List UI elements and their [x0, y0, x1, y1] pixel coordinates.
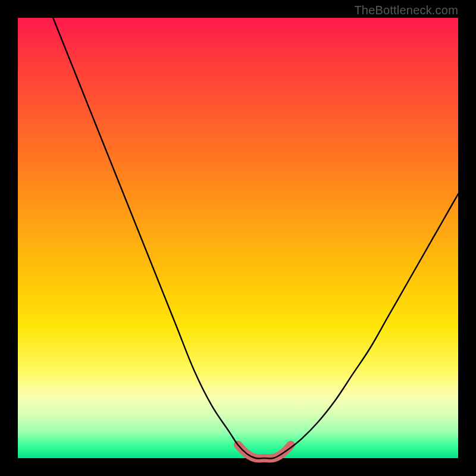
bottleneck-curve-group — [53, 18, 458, 459]
chart-frame: TheBottleneck.com — [0, 0, 476, 476]
plot-area — [18, 18, 458, 458]
watermark-text: TheBottleneck.com — [354, 4, 458, 17]
optimal-band-marker — [238, 445, 291, 459]
optimal-band-line — [238, 445, 291, 459]
bottleneck-curve-line — [53, 18, 458, 459]
curve-layer — [18, 18, 458, 458]
